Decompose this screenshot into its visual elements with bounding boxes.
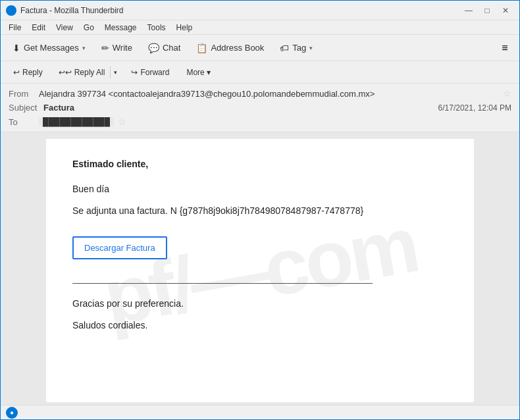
address-book-button[interactable]: 📋 Address Book [190, 38, 271, 58]
menu-bar: File Edit View Go Message Tools Help [1, 20, 519, 35]
from-label: From [9, 89, 35, 99]
title-bar-left: Factura - Mozilla Thunderbird [6, 5, 124, 16]
forward-button[interactable]: ↪ Forward [124, 64, 176, 81]
title-bar: Factura - Mozilla Thunderbird — □ ✕ [1, 1, 519, 20]
email-body: pf/—com Estimado cliente, Buen día Se ad… [46, 139, 474, 402]
chat-label: Chat [163, 43, 180, 53]
email-content: Estimado cliente, Buen día Se adjunta un… [72, 159, 448, 332]
divider-line [72, 283, 373, 284]
email-body-scroll[interactable]: pf/—com Estimado cliente, Buen día Se ad… [1, 132, 519, 405]
more-dropdown-arrow: ▾ [207, 68, 211, 77]
to-row: To ████████████ ☆ [9, 115, 511, 129]
menu-message[interactable]: Message [99, 22, 142, 34]
subject-label: Subject [9, 103, 37, 113]
minimize-button[interactable]: — [460, 3, 477, 18]
reply-button[interactable]: ↩ Reply [6, 64, 50, 81]
subject-left: Subject Factura [9, 103, 74, 113]
maximize-button[interactable]: □ [479, 3, 496, 18]
from-star-icon[interactable]: ☆ [503, 88, 511, 99]
tag-label: Tag [292, 43, 306, 53]
reply-label: Reply [22, 68, 43, 77]
email-body-container: pf/—com Estimado cliente, Buen día Se ad… [1, 132, 519, 405]
email-header: ↩ Reply ↩↩ Reply All ▾ ↪ Forward More ▾ [1, 61, 519, 132]
tag-button[interactable]: 🏷 Tag ▾ [273, 38, 319, 58]
window-title: Factura - Mozilla Thunderbird [20, 6, 124, 15]
tag-icon: 🏷 [280, 43, 289, 53]
status-indicator: ● [10, 409, 14, 416]
reply-all-label: Reply All [74, 68, 105, 77]
email-line1: Buen día [72, 182, 448, 196]
from-row: From Alejandra 397734 <contactoalejandra… [9, 86, 511, 101]
chat-icon: 💬 [148, 43, 159, 53]
more-label: More [186, 68, 204, 77]
address-book-label: Address Book [211, 43, 264, 53]
toolbar-menu-button[interactable]: ≡ [496, 39, 514, 57]
subject-row: Subject Factura 6/17/2021, 12:04 PM [9, 101, 511, 115]
menu-edit[interactable]: Edit [26, 22, 51, 34]
email-meta: From Alejandra 397734 <contactoalejandra… [1, 84, 519, 132]
menu-go[interactable]: Go [78, 22, 99, 34]
main-toolbar: ⬇ Get Messages ▾ ✏ Write 💬 Chat 📋 Addres… [1, 35, 519, 61]
write-icon: ✏ [101, 43, 109, 53]
get-messages-label: Get Messages [24, 43, 79, 53]
get-messages-icon: ⬇ [13, 43, 20, 53]
email-line2: Se adjunta una factura. N {g787h8j9oki8j… [72, 204, 448, 218]
address-book-icon: 📋 [196, 43, 207, 53]
get-messages-dropdown-arrow: ▾ [82, 45, 86, 51]
forward-label: Forward [140, 68, 169, 77]
menu-file[interactable]: File [3, 22, 26, 34]
write-label: Write [113, 43, 132, 53]
from-email: <contactoalejandra39713@chegou10.poloman… [109, 89, 375, 99]
date-value: 6/17/2021, 12:04 PM [438, 103, 511, 113]
to-star-icon[interactable]: ☆ [118, 117, 126, 127]
forward-icon: ↪ [131, 68, 138, 77]
status-bar: ● [1, 405, 519, 419]
email-closing1: Gracias por su preferencia. [72, 297, 448, 311]
download-factura-button[interactable]: Descargar Factura [72, 236, 167, 259]
reply-all-button[interactable]: ↩↩ Reply All [53, 64, 111, 81]
main-window: Factura - Mozilla Thunderbird — □ ✕ File… [0, 0, 520, 420]
email-greeting: Estimado cliente, [72, 159, 448, 169]
tag-dropdown-arrow: ▾ [309, 45, 313, 51]
to-label: To [9, 117, 35, 127]
window-controls: — □ ✕ [460, 3, 514, 18]
more-button[interactable]: More ▾ [179, 64, 217, 81]
reply-all-dropdown[interactable]: ▾ [111, 64, 120, 81]
to-value: ████████████ [39, 117, 114, 126]
menu-tools[interactable]: Tools [142, 22, 171, 34]
email-closing2: Saludos cordiales. [72, 319, 448, 332]
reply-all-icon: ↩↩ [59, 68, 72, 77]
menu-view[interactable]: View [51, 22, 78, 34]
reply-all-group: ↩↩ Reply All ▾ [53, 63, 122, 82]
get-messages-button[interactable]: ⬇ Get Messages ▾ [6, 38, 92, 58]
write-button[interactable]: ✏ Write [95, 38, 139, 58]
reply-icon: ↩ [13, 68, 20, 77]
menu-help[interactable]: Help [171, 22, 198, 34]
chat-button[interactable]: 💬 Chat [142, 38, 187, 58]
thunderbird-icon [6, 5, 16, 16]
close-button[interactable]: ✕ [497, 3, 514, 18]
from-name: Alejandra 397734 [39, 89, 106, 99]
reply-toolbar: ↩ Reply ↩↩ Reply All ▾ ↪ Forward More ▾ [1, 61, 519, 84]
status-icon: ● [6, 407, 18, 419]
subject-value: Factura [43, 103, 74, 113]
from-value: Alejandra 397734 <contactoalejandra39713… [39, 89, 499, 99]
